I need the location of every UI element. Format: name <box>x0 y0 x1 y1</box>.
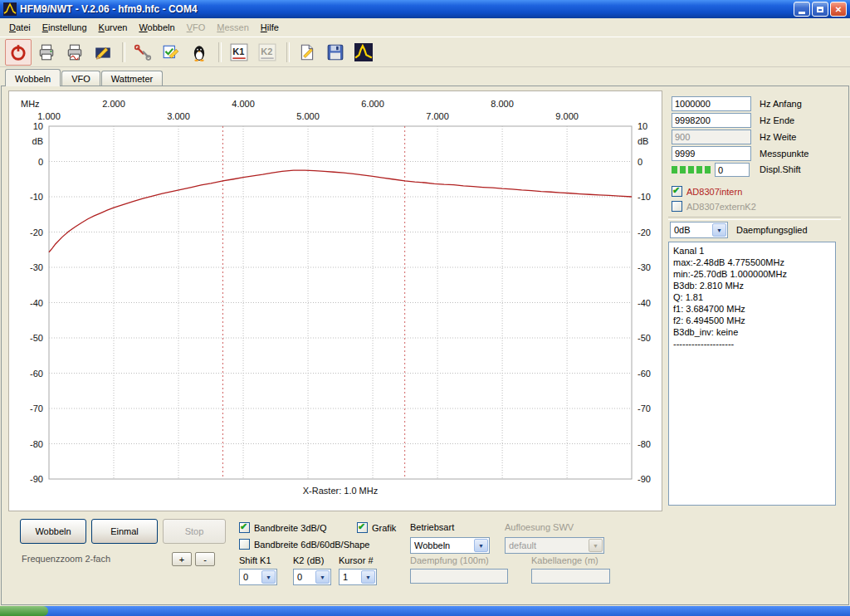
bandbreite-3db-label: Bandbreite 3dB/Q <box>254 523 326 533</box>
penguin-button[interactable] <box>186 39 212 66</box>
toolbar-separator <box>218 42 222 62</box>
svg-text:8.000: 8.000 <box>491 99 514 109</box>
svg-text:K2: K2 <box>261 46 272 56</box>
print-button[interactable] <box>33 39 60 66</box>
svg-text:-20: -20 <box>30 227 43 237</box>
k2-db-value: 0 <box>297 572 315 582</box>
k1-cursor-button[interactable]: K1 <box>226 39 252 66</box>
minimize-button[interactable] <box>794 2 810 17</box>
print-curve-button[interactable] <box>61 39 88 66</box>
svg-text:10: 10 <box>33 121 43 131</box>
hz-ende-input[interactable] <box>672 113 751 128</box>
file-edit-button[interactable] <box>294 39 320 66</box>
zoom-in-button[interactable]: + <box>172 552 192 566</box>
toolbar-separator <box>286 42 290 62</box>
grafik-label: Grafik <box>372 523 396 533</box>
start-button[interactable] <box>0 606 48 616</box>
chevron-down-icon <box>589 539 603 552</box>
power-button[interactable] <box>5 39 32 66</box>
save-button[interactable] <box>322 39 349 66</box>
svg-text:-60: -60 <box>638 369 651 379</box>
svg-text:-80: -80 <box>30 439 43 449</box>
menu-kurven[interactable]: Kurven <box>93 20 134 35</box>
maximize-button[interactable] <box>812 2 828 17</box>
menu-messen: Messen <box>211 20 255 35</box>
chevron-down-icon[interactable] <box>261 570 276 584</box>
penguin-icon <box>190 43 208 61</box>
minimize-icon <box>799 12 805 14</box>
maximize-icon <box>817 7 823 12</box>
grafik-checkbox[interactable] <box>357 522 368 533</box>
tabpage-wobbeln: MHz2.0004.0006.0008.0001.0003.0005.0007.… <box>1 86 849 605</box>
tab-wobbeln[interactable]: Wobbeln <box>5 69 61 86</box>
tools-button[interactable] <box>129 39 156 66</box>
ad8307-intern-checkbox[interactable] <box>672 186 682 197</box>
tabstrip: Wobbeln VFO Wattmeter <box>0 66 850 86</box>
measure-check-icon <box>162 43 180 61</box>
menubar: Datei Einstellung Kurven Wobbeln VFO Mes… <box>0 18 850 37</box>
svg-text:6.000: 6.000 <box>361 99 384 109</box>
svg-text:K1: K1 <box>232 46 244 56</box>
einmal-button[interactable]: Einmal <box>91 519 158 544</box>
grafik-row: Grafik <box>357 522 396 533</box>
curve-display-button[interactable] <box>350 39 377 66</box>
kursor-value: 1 <box>343 572 361 582</box>
wobbeln-button[interactable]: Wobbeln <box>20 519 86 544</box>
svg-text:0: 0 <box>38 157 43 167</box>
close-button[interactable]: ✕ <box>830 2 847 17</box>
bandbreite-3db-checkbox[interactable] <box>239 522 250 533</box>
taskbar <box>0 606 850 616</box>
chevron-down-icon[interactable] <box>474 539 488 552</box>
shift-k1-label: Shift K1 <box>239 555 271 565</box>
menu-datei[interactable]: Datei <box>3 20 37 35</box>
daempfungsglied-label: Daempfungsglied <box>736 225 808 235</box>
zoom-out-button[interactable]: - <box>195 552 215 566</box>
menu-hilfe[interactable]: Hilfe <box>255 20 285 35</box>
progress-indicator <box>672 166 711 174</box>
hz-anfang-input[interactable] <box>672 96 751 111</box>
svg-text:dB: dB <box>32 136 43 146</box>
menu-einstellung[interactable]: Einstellung <box>37 20 93 35</box>
k2-cursor-button[interactable]: K2 <box>254 39 281 66</box>
daempfungsglied-select[interactable]: 0dB <box>670 222 728 238</box>
tab-wattmeter[interactable]: Wattmeter <box>101 71 163 86</box>
printer-curve-icon <box>66 43 84 61</box>
messpunkte-input[interactable] <box>672 146 751 161</box>
svg-text:-30: -30 <box>30 262 43 272</box>
daempfung-input <box>410 569 508 584</box>
divider <box>668 217 841 220</box>
displ-shift-input[interactable] <box>715 163 750 177</box>
ad8307-intern-label: AD8307intern <box>686 187 742 197</box>
daempfungsglied-value: 0dB <box>674 225 712 235</box>
svg-text:-10: -10 <box>30 192 43 202</box>
kabellaenge-label: Kabellaenge (m) <box>531 555 598 565</box>
measure-check-button[interactable] <box>158 39 184 66</box>
chevron-down-icon[interactable] <box>712 223 726 237</box>
bandbreite-6db-checkbox[interactable] <box>239 539 250 550</box>
k2-db-select[interactable]: 0 <box>293 569 331 585</box>
kursor-select[interactable]: 1 <box>339 569 377 585</box>
shift-k1-select[interactable]: 0 <box>239 569 277 585</box>
measurement-info-box: Kanal 1 max:-2.48dB 4.775500MHz min:-25.… <box>668 242 836 506</box>
ad8307-extern-row: AD8307externK2 <box>672 201 756 212</box>
hz-weite-input <box>672 130 751 144</box>
betriebsart-select[interactable]: Wobbeln <box>410 537 490 554</box>
svg-text:7.000: 7.000 <box>426 111 449 121</box>
tab-vfo[interactable]: VFO <box>61 71 100 86</box>
svg-text:-40: -40 <box>638 298 651 308</box>
svg-text:-60: -60 <box>30 369 43 379</box>
svg-text:1.000: 1.000 <box>37 111 61 121</box>
sweep-edit-button[interactable] <box>90 39 116 66</box>
svg-text:-50: -50 <box>30 333 43 343</box>
kabellaenge-input <box>531 569 610 584</box>
svg-text:0: 0 <box>638 157 642 167</box>
k2-cursor-icon: K2 <box>258 43 276 61</box>
svg-text:2.000: 2.000 <box>102 99 125 109</box>
chevron-down-icon[interactable] <box>361 570 375 584</box>
svg-text:-70: -70 <box>30 403 43 413</box>
chevron-down-icon[interactable] <box>315 570 330 584</box>
menu-wobbeln[interactable]: Wobbeln <box>133 20 180 35</box>
ad8307-extern-checkbox[interactable] <box>672 201 682 212</box>
svg-text:-40: -40 <box>30 298 43 308</box>
bandbreite6-row: Bandbreite 6dB/60dB/Shape <box>239 539 369 550</box>
